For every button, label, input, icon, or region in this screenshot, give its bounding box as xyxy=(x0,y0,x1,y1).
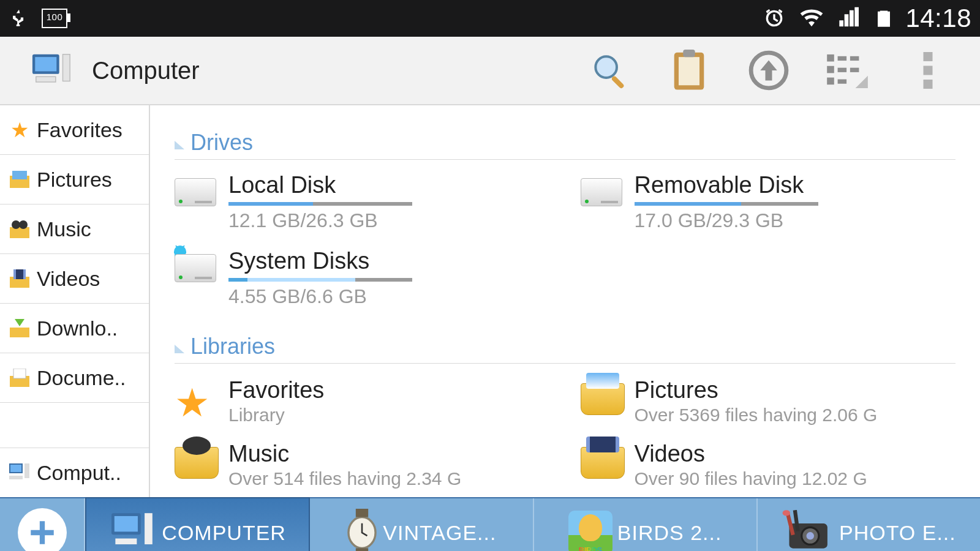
computer-icon xyxy=(31,49,74,92)
collapse-icon xyxy=(175,345,184,353)
sidebar-item-computer[interactable]: Comput.. xyxy=(0,448,149,497)
svg-rect-15 xyxy=(838,68,847,72)
disk-icon xyxy=(175,254,216,282)
sidebar-item-label: Favorites xyxy=(37,118,123,142)
disk-icon xyxy=(581,178,622,206)
svg-rect-18 xyxy=(838,80,847,84)
svg-rect-23 xyxy=(12,171,27,179)
drive-usage: 17.0 GB/29.3 GB xyxy=(635,209,956,232)
sidebar-item-pictures[interactable]: Pictures xyxy=(0,155,149,204)
drive-removable-disk[interactable]: Removable Disk 17.0 GB/29.3 GB xyxy=(581,172,956,239)
picture-drawer-icon xyxy=(581,383,625,415)
svg-rect-16 xyxy=(850,68,859,72)
drive-local-disk[interactable]: Local Disk 12.1 GB/26.3 GB xyxy=(175,172,550,239)
section-title: Drives xyxy=(190,130,253,155)
library-music[interactable]: Music Over 514 files having 2.34 G xyxy=(175,441,550,497)
svg-rect-12 xyxy=(838,56,847,61)
sidebar-item-favorites[interactable]: ★ Favorites xyxy=(0,105,149,155)
tab-label: COMPUTER xyxy=(162,521,286,545)
svg-rect-21 xyxy=(924,80,933,89)
svg-rect-37 xyxy=(9,476,23,479)
library-name: Music xyxy=(228,441,461,467)
tab-birds[interactable]: BIRDS BIRDS 2... xyxy=(534,498,758,551)
svg-rect-42 xyxy=(145,513,153,544)
page-title: Computer xyxy=(92,57,200,84)
wifi-icon xyxy=(799,6,824,31)
computer-icon xyxy=(9,462,31,484)
sidebar-item-videos[interactable]: Videos xyxy=(0,254,149,304)
svg-point-26 xyxy=(19,220,28,229)
video-icon xyxy=(9,268,31,290)
clipboard-icon[interactable] xyxy=(649,40,729,101)
svg-point-25 xyxy=(12,220,20,229)
library-sub: Over 90 files having 12.02 G xyxy=(635,468,867,489)
drive-name: Removable Disk xyxy=(635,172,956,198)
sidebar-item-downloads[interactable]: Downlo.. xyxy=(0,304,149,353)
birds-icon: BIRDS xyxy=(568,511,612,551)
video-drawer-icon xyxy=(581,447,625,479)
tab-photo-editor[interactable]: PHOTO E... xyxy=(758,498,980,551)
watch-icon xyxy=(346,509,378,551)
android-status-bar: 100 14:18 xyxy=(0,0,980,37)
sidebar-item-label: Pictures xyxy=(37,168,112,192)
sidebar-item-documents[interactable]: Docume.. xyxy=(0,353,149,403)
section-header-drives[interactable]: Drives xyxy=(175,130,956,160)
library-name: Favorites xyxy=(228,377,324,403)
svg-rect-2 xyxy=(35,57,56,71)
disk-icon xyxy=(175,178,216,206)
clock-text: 14:18 xyxy=(905,4,971,33)
svg-rect-40 xyxy=(115,516,138,531)
overflow-menu-icon[interactable] xyxy=(888,40,968,101)
library-pictures[interactable]: Pictures Over 5369 files having 2.06 G xyxy=(581,377,956,441)
svg-rect-20 xyxy=(924,66,933,75)
library-videos[interactable]: Videos Over 90 files having 12.02 G xyxy=(581,441,956,497)
document-icon xyxy=(9,367,31,389)
tab-label: PHOTO E... xyxy=(839,521,956,545)
library-name: Pictures xyxy=(635,377,878,403)
computer-icon xyxy=(109,511,157,551)
collapse-icon xyxy=(175,141,184,149)
svg-rect-41 xyxy=(116,539,137,545)
drive-usage: 12.1 GB/26.3 GB xyxy=(228,209,550,232)
star-icon: ★ xyxy=(175,381,209,425)
svg-point-48 xyxy=(807,532,814,539)
drive-name: System Disks xyxy=(228,248,550,274)
usb-icon xyxy=(9,6,29,31)
drive-system-disks[interactable]: System Disks 4.55 GB/6.6 GB xyxy=(175,248,550,315)
svg-rect-11 xyxy=(827,54,834,62)
library-sub: Over 5369 files having 2.06 G xyxy=(635,405,878,425)
section-header-libraries[interactable]: Libraries xyxy=(175,334,956,364)
svg-rect-35 xyxy=(10,465,21,472)
add-tab-button[interactable] xyxy=(0,498,85,551)
sidebar-item-label: Videos xyxy=(37,267,100,291)
sidebar-item-music[interactable]: Music xyxy=(0,204,149,254)
tab-vintage[interactable]: VINTAGE... xyxy=(310,498,533,551)
up-icon[interactable] xyxy=(729,40,809,101)
sidebar-item-label: Music xyxy=(37,217,91,241)
sidebar: ★ Favorites Pictures Music Videos Downlo… xyxy=(0,105,150,497)
star-icon: ★ xyxy=(9,119,31,141)
svg-rect-8 xyxy=(679,57,699,85)
library-sub: Library xyxy=(228,405,324,425)
battery-full-icon xyxy=(875,6,893,31)
view-icon[interactable] xyxy=(809,40,888,101)
svg-rect-31 xyxy=(10,328,29,337)
svg-rect-33 xyxy=(13,369,26,378)
music-drawer-icon xyxy=(175,447,219,479)
svg-rect-14 xyxy=(827,66,834,73)
svg-rect-29 xyxy=(13,269,16,279)
bottom-tab-bar: COMPUTER VINTAGE... BIRDS BIRDS 2... PHO… xyxy=(0,497,980,551)
usage-bar xyxy=(228,278,412,282)
search-icon[interactable] xyxy=(570,40,649,101)
svg-point-5 xyxy=(595,56,617,78)
sidebar-item-label: Comput.. xyxy=(37,461,121,485)
sidebar-item-label: Downlo.. xyxy=(37,317,118,340)
library-name: Videos xyxy=(635,441,867,467)
library-favorites[interactable]: ★ Favorites Library xyxy=(175,377,550,441)
sidebar-item-label: Docume.. xyxy=(37,366,126,390)
usage-bar xyxy=(635,202,818,206)
signal-icon xyxy=(837,6,862,31)
svg-rect-36 xyxy=(24,463,29,478)
tab-computer[interactable]: COMPUTER xyxy=(85,497,310,551)
usage-bar xyxy=(228,202,412,206)
